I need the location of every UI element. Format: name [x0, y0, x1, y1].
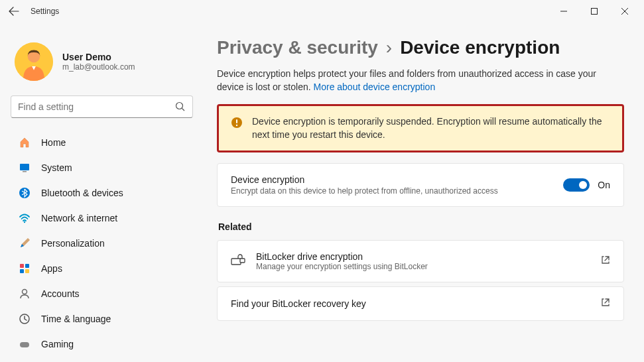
breadcrumb-parent[interactable]: Privacy & security: [217, 37, 378, 58]
bluetooth-icon: [19, 187, 31, 199]
clock-icon: [19, 313, 31, 325]
related-item-title: Find your BitLocker recovery key: [231, 298, 589, 309]
sidebar-item-network[interactable]: Network & internet: [11, 207, 197, 229]
minimize-icon: [560, 8, 567, 15]
page-title: Device encryption: [400, 37, 560, 58]
sidebar-item-label: System: [41, 162, 72, 173]
sidebar-item-label: Network & internet: [41, 213, 117, 223]
open-external-icon: [601, 298, 610, 310]
page-description: Device encryption helps protect your fil…: [217, 68, 624, 93]
device-encryption-setting: Device encryption Encrypt data on this d…: [217, 163, 624, 207]
sidebar-item-label: Personalization: [41, 238, 105, 249]
close-button[interactable]: [610, 1, 640, 21]
sidebar-item-system[interactable]: System: [11, 156, 197, 179]
svg-rect-16: [236, 119, 237, 123]
svg-rect-8: [20, 264, 24, 268]
window-title: Settings: [31, 7, 59, 16]
main-content: Privacy & security › Device encryption D…: [202, 23, 644, 362]
svg-rect-4: [20, 164, 29, 170]
search-icon: [175, 101, 186, 112]
maximize-button[interactable]: [579, 1, 610, 21]
setting-title: Device encryption: [231, 174, 563, 185]
minimize-button[interactable]: [548, 1, 579, 21]
warning-icon: [231, 117, 243, 129]
svg-point-3: [176, 103, 183, 109]
avatar: [15, 42, 53, 81]
nav-list: Home System Bluetooth & devices Network …: [11, 131, 197, 355]
user-section[interactable]: User Demo m_lab@outlook.com: [11, 30, 197, 95]
sidebar-item-label: Home: [41, 137, 66, 148]
related-item-subtitle: Manage your encryption settings using Bi…: [256, 262, 589, 271]
open-external-icon: [601, 255, 610, 267]
sidebar-item-apps[interactable]: Apps: [11, 257, 197, 280]
sidebar-item-gaming[interactable]: Gaming: [11, 333, 197, 355]
sidebar-item-home[interactable]: Home: [11, 131, 197, 154]
svg-rect-18: [231, 259, 241, 265]
alert-text: Device encryption is temporarily suspend…: [252, 115, 610, 141]
device-encryption-toggle[interactable]: [563, 178, 590, 192]
setting-subtitle: Encrypt data on this device to help prot…: [231, 186, 563, 196]
svg-point-17: [236, 125, 237, 126]
related-item-title: BitLocker drive encryption: [256, 251, 589, 262]
user-email: m_lab@outlook.com: [62, 62, 135, 72]
svg-rect-0: [592, 9, 598, 15]
svg-point-12: [23, 290, 27, 294]
sidebar-item-label: Apps: [41, 263, 62, 274]
alert-banner: Device encryption is temporarily suspend…: [217, 104, 624, 152]
svg-rect-10: [20, 269, 24, 273]
back-button[interactable]: [4, 1, 24, 21]
related-recovery-key[interactable]: Find your BitLocker recovery key: [217, 286, 624, 321]
sidebar-item-label: Accounts: [41, 288, 80, 299]
toggle-state-label: On: [598, 180, 610, 190]
related-bitlocker-drive[interactable]: BitLocker drive encryption Manage your e…: [217, 240, 624, 282]
arrow-left-icon: [9, 6, 19, 17]
learn-more-link[interactable]: More about device encryption: [314, 82, 436, 92]
person-icon: [19, 288, 31, 300]
window-controls: [548, 1, 640, 21]
search-box[interactable]: [11, 95, 193, 118]
sidebar-item-label: Time & language: [41, 314, 111, 324]
sidebar-item-label: Gaming: [41, 339, 74, 349]
breadcrumb: Privacy & security › Device encryption: [217, 37, 624, 58]
maximize-icon: [591, 8, 598, 15]
wifi-icon: [19, 212, 31, 224]
brush-icon: [19, 237, 31, 249]
close-icon: [621, 8, 628, 15]
titlebar: Settings: [0, 0, 644, 23]
user-name: User Demo: [62, 52, 135, 62]
sidebar: User Demo m_lab@outlook.com Home System …: [0, 23, 202, 362]
lock-drive-icon: [231, 254, 244, 269]
sidebar-item-accounts[interactable]: Accounts: [11, 282, 197, 305]
svg-point-7: [24, 221, 25, 223]
sidebar-item-label: Bluetooth & devices: [41, 188, 123, 198]
svg-rect-9: [25, 264, 29, 268]
sidebar-item-time[interactable]: Time & language: [11, 308, 197, 330]
home-icon: [19, 137, 31, 149]
gaming-icon: [19, 338, 31, 350]
chevron-right-icon: ›: [386, 37, 392, 58]
search-input[interactable]: [18, 101, 175, 112]
system-icon: [19, 162, 31, 174]
sidebar-item-personalization[interactable]: Personalization: [11, 232, 197, 255]
sidebar-item-bluetooth[interactable]: Bluetooth & devices: [11, 182, 197, 204]
svg-rect-14: [20, 342, 29, 347]
svg-rect-19: [240, 259, 245, 263]
svg-rect-5: [23, 171, 27, 172]
apps-icon: [19, 263, 31, 274]
related-header: Related: [218, 221, 624, 232]
svg-rect-11: [25, 269, 29, 273]
